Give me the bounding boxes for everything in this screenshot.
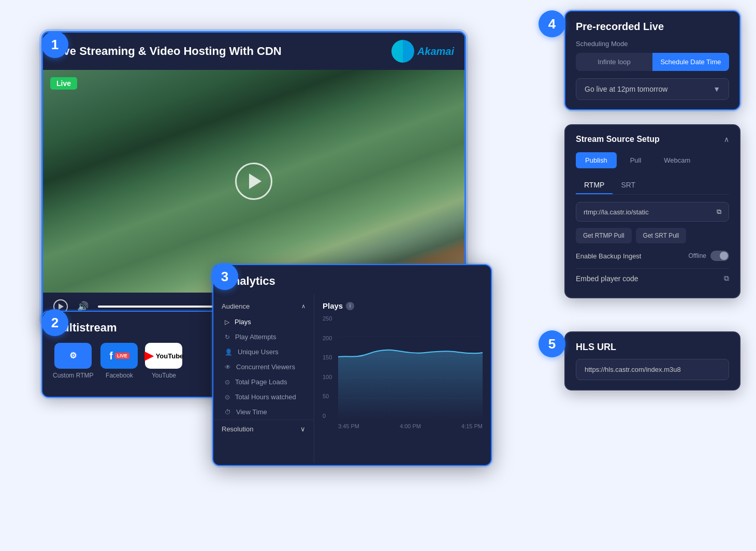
badge-1: 1 [41,31,68,58]
backup-ingest-row: Enable Backup Ingest Offline [576,251,729,261]
badge-2: 2 [41,309,68,336]
video-title: Live Streaming & Video Hosting With CDN [53,45,282,58]
analytics-item-plays[interactable]: ▷ Plays [213,314,314,329]
facebook-f-letter: f [109,350,113,362]
pull-tab[interactable]: Pull [621,152,651,168]
plays-icon: ▷ [225,318,229,326]
embed-code-row: Embed player code ⧉ [576,268,729,288]
video-frame: Live [43,70,464,293]
play-attempts-label: Play Attempts [235,333,276,341]
total-page-loads-label: Total Page Loads [235,378,287,386]
get-srt-pull-button[interactable]: Get SRT Pull [636,228,687,243]
chart-y-labels: 250 200 150 100 50 0 [323,315,332,419]
go-live-dropdown-value: Go live at 12pm tomorrow [585,85,667,93]
video-play-button[interactable] [235,163,272,200]
view-time-icon: ⏱ [225,409,231,416]
hls-url-field[interactable]: https://hls.castr.com/index.m3u8 [576,359,729,380]
analytics-sidebar: Audience ∧ ▷ Plays ↻ Play Attempts 👤 Uni… [213,294,314,463]
youtube-inner: ▶ YouTube [144,349,184,363]
scheduling-mode-label: Scheduling Mode [576,40,729,48]
chart-x-labels: 3:45 PM 4:00 PM 4:15 PM [338,423,483,429]
rtmp-url-field: rtmp://la.castr.io/static ⧉ [576,202,729,222]
analytics-panel: Analytics Audience ∧ ▷ Plays ↻ Play Atte… [212,264,492,466]
custom-rtmp-label: Custom RTMP [53,372,93,379]
y-50: 50 [323,393,332,399]
platform-facebook: f LIVE Facebook [100,343,138,379]
stream-source-header: Stream Source Setup ∧ [576,135,729,144]
total-hours-icon: ⊙ [225,394,230,401]
embed-copy-icon[interactable]: ⧉ [724,274,729,283]
srt-tab[interactable]: SRT [613,177,644,194]
stream-source-title: Stream Source Setup [576,135,660,144]
hls-url-panel: HLS URL https://hls.castr.com/index.m3u8 [564,331,740,390]
analytics-item-total-page-loads[interactable]: ⊙ Total Page Loads [213,374,314,389]
chart-visualization: 250 200 150 100 50 0 [323,315,483,429]
facebook-live-badge: LIVE [115,353,129,359]
total-page-loads-icon: ⊙ [225,379,230,386]
backup-ingest-controls: Offline [689,251,729,261]
video-header: Live Streaming & Video Hosting With CDN … [43,33,464,70]
copy-url-icon[interactable]: ⧉ [717,208,721,216]
ingest-status-label: Offline [689,252,706,259]
analytics-item-concurrent-viewers[interactable]: 👁 Concurrent Viewers [213,359,314,374]
audience-label: Audience [222,302,250,310]
scheduling-mode-toggle: Infinte loop Schedule Date Time [576,53,729,71]
youtube-icon-box[interactable]: ▶ YouTube [145,343,182,369]
platform-youtube: ▶ YouTube YouTube [145,343,182,379]
chart-info-icon: i [346,302,354,310]
go-live-dropdown[interactable]: Go live at 12pm tomorrow ▼ [576,78,729,100]
stream-source-panel: Stream Source Setup ∧ Publish Pull Webca… [564,124,740,298]
webcam-tab[interactable]: Webcam [655,152,700,168]
protocol-tabs: RTMP SRT [576,177,729,195]
pull-buttons: Get RTMP Pull Get SRT Pull [576,228,729,243]
platform-custom-rtmp: ⚙ Custom RTMP [53,343,93,379]
youtube-label: YouTube [152,372,176,379]
backup-ingest-toggle[interactable] [710,251,729,261]
resolution-section[interactable]: Resolution ∨ [213,419,314,438]
custom-rtmp-icon-box[interactable]: ⚙ [54,343,92,369]
analytics-header: Analytics [213,265,491,294]
badge-3: 3 [211,263,238,290]
backup-ingest-label: Enable Backup Ingest [576,252,641,260]
rtmp-url-value: rtmp://la.castr.io/static [584,208,649,216]
y-150: 150 [323,354,332,360]
multistream-platforms: ⚙ Custom RTMP f LIVE Facebook ▶ YouTube … [53,343,216,379]
multistream-title: Multistream [53,321,216,335]
analytics-item-total-hours[interactable]: ⊙ Total Hours watched [213,389,314,404]
analytics-chart-area: Plays i 250 200 150 100 50 0 [314,294,491,463]
analytics-item-view-time[interactable]: ⏱ View Time [213,404,314,419]
facebook-label: Facebook [106,372,133,379]
infinite-loop-button[interactable]: Infinte loop [576,53,652,71]
stream-source-chevron-icon[interactable]: ∧ [724,135,729,143]
facebook-icon-box[interactable]: f LIVE [100,343,138,369]
analytics-item-unique-users[interactable]: 👤 Unique Users [213,344,314,359]
analytics-item-play-attempts[interactable]: ↻ Play Attempts [213,329,314,344]
youtube-text: YouTube [156,352,184,360]
embed-code-label: Embed player code [576,274,638,283]
x-345pm: 3:45 PM [338,423,359,429]
schedule-date-time-button[interactable]: Schedule Date Time [652,53,729,71]
play-attempts-icon: ↻ [225,334,230,341]
analytics-body: Audience ∧ ▷ Plays ↻ Play Attempts 👤 Uni… [213,294,491,463]
badge-5: 5 [539,330,565,357]
resolution-chevron-icon: ∨ [300,425,306,433]
badge-4: 4 [539,10,565,37]
publish-tab[interactable]: Publish [576,152,617,168]
unique-users-label: Unique Users [238,348,279,356]
dropdown-arrow-icon: ▼ [713,85,720,93]
chart-svg [338,315,483,419]
plays-label: Plays [235,318,251,326]
facebook-inner: f LIVE [109,350,129,362]
y-200: 200 [323,335,332,341]
prerecorded-title: Pre-recorded Live [576,21,729,33]
gear-icon: ⚙ [69,351,77,360]
stream-source-tabs: Publish Pull Webcam [576,152,729,168]
hls-title: HLS URL [576,342,729,353]
y-250: 250 [323,315,332,322]
total-hours-label: Total Hours watched [235,393,296,401]
get-rtmp-pull-button[interactable]: Get RTMP Pull [576,228,632,243]
audience-section-header[interactable]: Audience ∧ [213,298,314,314]
unique-users-icon: 👤 [225,349,232,356]
rtmp-tab[interactable]: RTMP [576,177,613,194]
x-415pm: 4:15 PM [461,423,483,429]
